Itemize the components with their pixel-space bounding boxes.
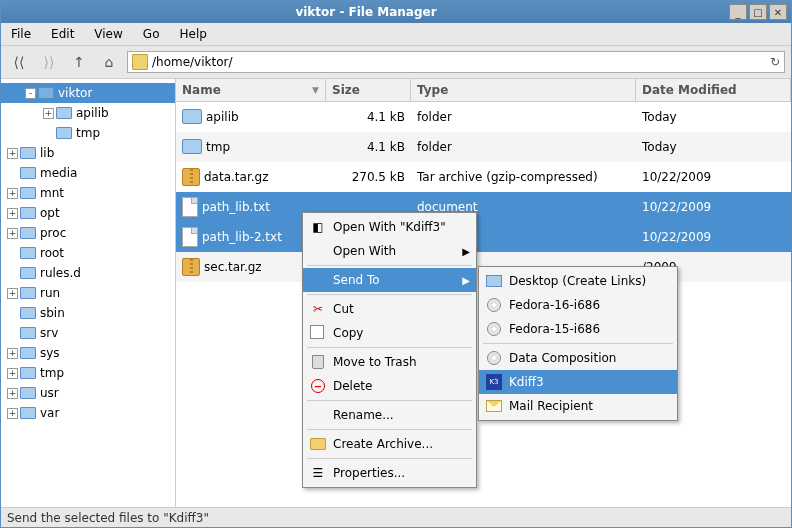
file-name: data.tar.gz bbox=[204, 170, 268, 184]
tree-label: tmp bbox=[40, 366, 64, 380]
folder-icon bbox=[20, 327, 36, 339]
tree-label: tmp bbox=[76, 126, 100, 140]
tree-label: srv bbox=[40, 326, 58, 340]
menu-file[interactable]: File bbox=[7, 25, 35, 43]
folder-icon bbox=[56, 127, 72, 139]
file-date: Today bbox=[636, 140, 791, 154]
col-date[interactable]: Date Modified bbox=[636, 79, 791, 101]
tree-item-apilib[interactable]: +apilib bbox=[1, 103, 175, 123]
expander-icon[interactable]: + bbox=[7, 228, 18, 239]
ctx-move-to-trash[interactable]: Move to Trash bbox=[303, 350, 476, 374]
file-icon bbox=[182, 227, 198, 247]
tree-label: proc bbox=[40, 226, 66, 240]
location-input[interactable] bbox=[152, 55, 766, 69]
reload-icon[interactable]: ↻ bbox=[770, 55, 780, 69]
file-row[interactable]: data.tar.gz270.5 kBTar archive (gzip-com… bbox=[176, 162, 791, 192]
file-name: tmp bbox=[206, 140, 230, 154]
folder-icon bbox=[20, 347, 36, 359]
ctx-rename[interactable]: Rename... bbox=[303, 403, 476, 427]
sendto-fedora16[interactable]: Fedora-16-i686 bbox=[479, 293, 677, 317]
file-icon bbox=[182, 197, 198, 217]
forward-button[interactable]: ⟩⟩ bbox=[37, 50, 61, 74]
expander-icon[interactable]: + bbox=[7, 148, 18, 159]
expander-icon[interactable]: + bbox=[43, 108, 54, 119]
sendto-kdiff3[interactable]: K3 Kdiff3 bbox=[479, 370, 677, 394]
ctx-create-archive[interactable]: Create Archive... bbox=[303, 432, 476, 456]
back-button[interactable]: ⟨⟨ bbox=[7, 50, 31, 74]
tree-item-rules.d[interactable]: rules.d bbox=[1, 263, 175, 283]
file-name: apilib bbox=[206, 110, 239, 124]
sidebar-tree[interactable]: -viktor+apilibtmp+libmedia+mnt+opt+procr… bbox=[1, 79, 176, 507]
ctx-send-to[interactable]: Send To ▶ bbox=[303, 268, 476, 292]
tree-item-proc[interactable]: +proc bbox=[1, 223, 175, 243]
tree-item-root[interactable]: root bbox=[1, 243, 175, 263]
ctx-open-with-kdiff3[interactable]: ◧ Open With "Kdiff3" bbox=[303, 215, 476, 239]
ctx-open-with[interactable]: Open With ▶ bbox=[303, 239, 476, 263]
col-type[interactable]: Type bbox=[411, 79, 636, 101]
expander-icon[interactable]: + bbox=[7, 408, 18, 419]
col-name[interactable]: Name▼ bbox=[176, 79, 326, 101]
window-title: viktor - File Manager bbox=[5, 5, 727, 19]
folder-icon bbox=[132, 54, 148, 70]
close-button[interactable]: ✕ bbox=[769, 4, 787, 20]
column-headers: Name▼ Size Type Date Modified bbox=[176, 79, 791, 102]
menu-go[interactable]: Go bbox=[139, 25, 164, 43]
menu-edit[interactable]: Edit bbox=[47, 25, 78, 43]
separator bbox=[307, 458, 472, 459]
cd-icon bbox=[485, 296, 503, 314]
minimize-button[interactable]: _ bbox=[729, 4, 747, 20]
maximize-button[interactable]: □ bbox=[749, 4, 767, 20]
expander-icon[interactable]: + bbox=[7, 188, 18, 199]
ctx-properties[interactable]: ☰ Properties... bbox=[303, 461, 476, 485]
expander-icon[interactable]: + bbox=[7, 288, 18, 299]
sendto-mail[interactable]: Mail Recipient bbox=[479, 394, 677, 418]
app-icon: ◧ bbox=[309, 218, 327, 236]
tree-item-tmp[interactable]: +tmp bbox=[1, 363, 175, 383]
menu-help[interactable]: Help bbox=[175, 25, 210, 43]
ctx-copy[interactable]: Copy bbox=[303, 321, 476, 345]
archive-icon bbox=[182, 258, 200, 276]
tree-item-usr[interactable]: +usr bbox=[1, 383, 175, 403]
tree-item-opt[interactable]: +opt bbox=[1, 203, 175, 223]
file-row[interactable]: path_lib-2.txtdocument10/22/2009 bbox=[176, 222, 791, 252]
sendto-data-composition[interactable]: Data Composition bbox=[479, 346, 677, 370]
tree-item-tmp[interactable]: tmp bbox=[1, 123, 175, 143]
tree-label: rules.d bbox=[40, 266, 81, 280]
sendto-desktop[interactable]: Desktop (Create Links) bbox=[479, 269, 677, 293]
send-to-submenu: Desktop (Create Links) Fedora-16-i686 Fe… bbox=[478, 266, 678, 421]
file-row[interactable]: tmp4.1 kBfolderToday bbox=[176, 132, 791, 162]
file-row[interactable]: apilib4.1 kBfolderToday bbox=[176, 102, 791, 132]
file-row[interactable]: path_lib.txtdocument10/22/2009 bbox=[176, 192, 791, 222]
tree-item-mnt[interactable]: +mnt bbox=[1, 183, 175, 203]
tree-item-media[interactable]: media bbox=[1, 163, 175, 183]
sendto-fedora15[interactable]: Fedora-15-i686 bbox=[479, 317, 677, 341]
tree-item-sys[interactable]: +sys bbox=[1, 343, 175, 363]
tree-item-sbin[interactable]: sbin bbox=[1, 303, 175, 323]
expander-icon[interactable]: + bbox=[7, 208, 18, 219]
folder-icon bbox=[20, 167, 36, 179]
context-menu: ◧ Open With "Kdiff3" Open With ▶ Send To… bbox=[302, 212, 477, 488]
file-date: 10/22/2009 bbox=[636, 200, 791, 214]
tree-item-run[interactable]: +run bbox=[1, 283, 175, 303]
folder-icon bbox=[20, 247, 36, 259]
tree-item-srv[interactable]: srv bbox=[1, 323, 175, 343]
ctx-cut[interactable]: ✂ Cut bbox=[303, 297, 476, 321]
titlebar[interactable]: viktor - File Manager _ □ ✕ bbox=[1, 1, 791, 23]
menu-view[interactable]: View bbox=[90, 25, 126, 43]
expander-icon bbox=[7, 328, 18, 339]
tree-item-viktor[interactable]: -viktor bbox=[1, 83, 175, 103]
expander-icon[interactable]: - bbox=[25, 88, 36, 99]
tree-item-var[interactable]: +var bbox=[1, 403, 175, 423]
expander-icon[interactable]: + bbox=[7, 348, 18, 359]
ctx-delete[interactable]: − Delete bbox=[303, 374, 476, 398]
tree-item-lib[interactable]: +lib bbox=[1, 143, 175, 163]
home-button[interactable]: ⌂ bbox=[97, 50, 121, 74]
col-size[interactable]: Size bbox=[326, 79, 411, 101]
tree-label: viktor bbox=[58, 86, 92, 100]
folder-icon bbox=[20, 407, 36, 419]
expander-icon[interactable]: + bbox=[7, 368, 18, 379]
up-button[interactable]: ↑ bbox=[67, 50, 91, 74]
expander-icon[interactable]: + bbox=[7, 388, 18, 399]
tree-label: lib bbox=[40, 146, 54, 160]
location-bar[interactable]: ↻ bbox=[127, 51, 785, 73]
